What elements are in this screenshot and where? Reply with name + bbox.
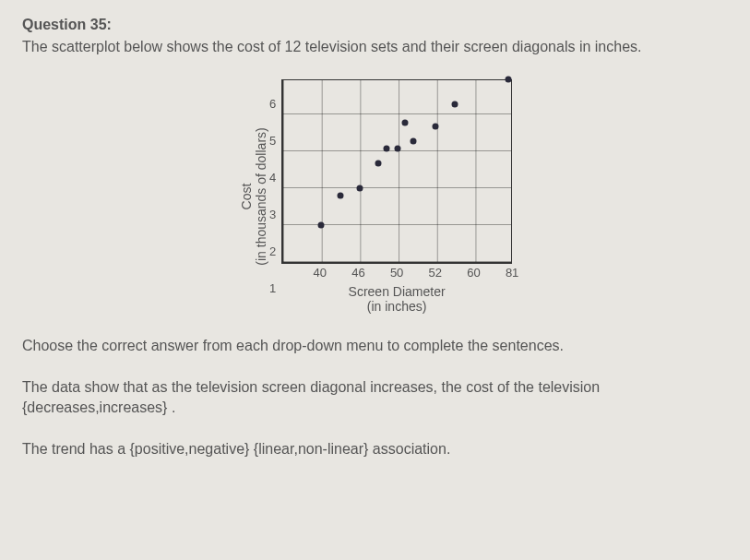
y-axis-label-line2: (in thousands of dollars) xyxy=(254,127,268,265)
y-axis-ticks: 654321 xyxy=(269,104,276,289)
y-axis-title: Cost (in thousands of dollars) xyxy=(238,182,269,211)
dropdown-1[interactable]: {decreases,increases} xyxy=(22,399,167,415)
plot-area xyxy=(281,79,512,264)
dropdown-3[interactable]: {linear,non-linear} xyxy=(254,441,369,457)
sentence2-text-a: The trend has a xyxy=(22,441,130,457)
dropdown-2[interactable]: {positive,negative} xyxy=(130,441,250,457)
x-tick: 60 xyxy=(467,266,480,280)
data-point xyxy=(356,185,363,192)
data-point xyxy=(452,101,458,108)
x-tick: 40 xyxy=(314,266,327,280)
x-axis-label-line2: (in inches) xyxy=(349,299,446,314)
sentence2-text-e: association. xyxy=(368,441,450,457)
x-tick: 46 xyxy=(351,266,364,280)
question-text: The scatterplot below shows the cost of … xyxy=(22,37,728,57)
y-axis-label-line1: Cost xyxy=(239,183,254,209)
x-tick: 52 xyxy=(429,266,442,280)
data-point xyxy=(375,160,382,166)
instruction-text: Choose the correct answer from each drop… xyxy=(22,336,728,356)
data-point xyxy=(402,120,409,126)
x-axis-label-line1: Screen Diameter xyxy=(349,284,446,299)
sentence-1: The data show that as the television scr… xyxy=(22,377,728,417)
data-point xyxy=(505,76,511,82)
data-point xyxy=(410,137,416,144)
sentence1-text-c: . xyxy=(167,399,175,415)
data-point xyxy=(383,145,389,151)
x-tick: 81 xyxy=(506,266,518,280)
sentence1-text-a: The data show that as the television scr… xyxy=(22,379,600,395)
sentence-2: The trend has a {positive,negative} {lin… xyxy=(22,439,728,459)
data-point xyxy=(338,193,344,199)
x-axis-ticks: 404650526081 xyxy=(281,264,512,280)
x-tick: 50 xyxy=(390,266,403,280)
data-point xyxy=(318,222,325,229)
question-label: Question 35: xyxy=(22,17,728,33)
data-point xyxy=(395,145,401,151)
data-point xyxy=(433,124,439,130)
scatterplot-figure: Cost (in thousands of dollars) 654321 40… xyxy=(22,79,728,314)
